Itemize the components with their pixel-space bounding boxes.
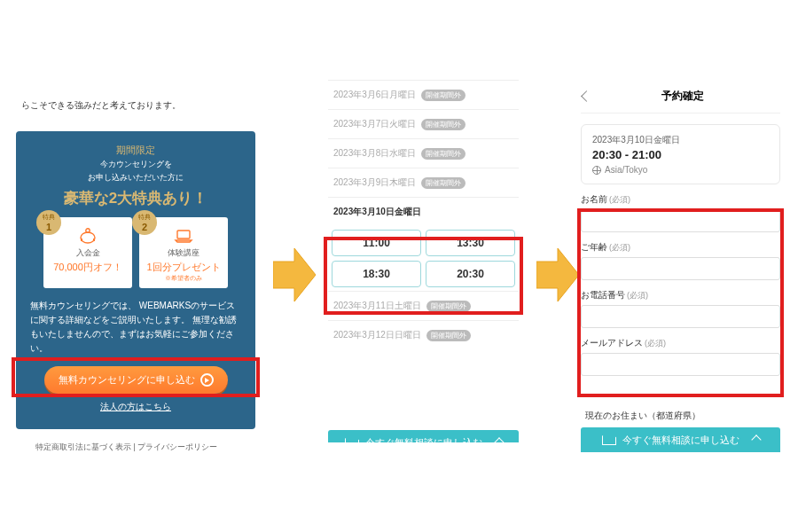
out-of-range-chip: 開催期間外 <box>426 330 471 341</box>
corporate-link[interactable]: 法人の方はこちら <box>25 401 246 413</box>
email-label: メールアドレス(必須) <box>581 337 780 349</box>
fixed-apply-button[interactable]: 今すぐ無料相談に申し込む <box>581 427 780 452</box>
apply-counseling-button[interactable]: 無料カウンセリングに申し込む <box>44 366 228 394</box>
bonus-badge-1: 特典 1 <box>36 210 61 235</box>
out-of-range-chip: 開催期間外 <box>421 119 466 130</box>
bonus-1-label: 入会金 <box>47 247 129 259</box>
time-slot-button[interactable]: 13:30 <box>426 230 515 256</box>
promo-subhead-1: 今カウンセリングを <box>25 159 246 170</box>
calendar-day-disabled: 2023年3月11日土曜日開催期間外 <box>328 291 519 320</box>
promo-title: 豪華な2大特典あり！ <box>25 188 246 208</box>
calendar-day-disabled: 2023年3月12日日曜日開催期間外 <box>328 320 519 349</box>
appointment-tz: Asia/Tokyo <box>592 165 769 175</box>
name-field[interactable] <box>581 209 780 232</box>
promo-card: 期間限定 今カウンセリングを お申し込みいただいた方に 豪華な2大特典あり！ 特… <box>16 131 255 429</box>
envelope-icon <box>345 438 359 448</box>
piggy-bank-icon <box>78 228 98 244</box>
name-label: お名前(必須) <box>581 193 780 206</box>
time-slot-button[interactable]: 11:00 <box>332 230 421 256</box>
appointment-date: 2023年3月10日金曜日 <box>592 134 769 146</box>
age-field[interactable] <box>581 257 780 280</box>
laptop-icon <box>174 228 193 244</box>
envelope-icon <box>602 435 616 445</box>
calendar-day-active: 2023年3月10日金曜日 <box>328 197 519 226</box>
svg-point-1 <box>86 229 90 232</box>
svg-rect-2 <box>81 239 82 241</box>
bonus-2-main: 1回分プレゼント <box>143 261 224 274</box>
bonus-2-label: 体験講座 <box>143 247 224 259</box>
back-chevron-icon[interactable] <box>581 90 592 102</box>
svg-point-0 <box>81 232 95 243</box>
out-of-range-chip: 開催期間外 <box>421 148 466 160</box>
confirmation-panel: 予約確定 2023年3月10日金曜日 20:30 - 21:00 Asia/To… <box>581 80 780 376</box>
privacy-link[interactable]: プライバシーポリシー <box>137 442 217 451</box>
bonus-1-main: 70,000円オフ！ <box>47 261 129 274</box>
fixed-cta-label: 今すぐ無料相談に申し込む <box>365 436 482 450</box>
calendar-panel: 2023年3月6日月曜日開催期間外 2023年3月7日火曜日開催期間外 2023… <box>328 80 519 349</box>
out-of-range-chip: 開催期間外 <box>421 177 466 189</box>
calendar-day-disabled: 2023年3月7日火曜日開催期間外 <box>328 109 519 138</box>
time-slot-button[interactable]: 18:30 <box>332 261 421 287</box>
tokusho-link[interactable]: 特定商取引法に基づく表示 <box>35 442 131 451</box>
promo-eyebrow: 期間限定 <box>25 144 246 157</box>
out-of-range-chip: 開催期間外 <box>426 301 471 312</box>
calendar-day-disabled: 2023年3月9日木曜日開催期間外 <box>328 168 519 197</box>
bonus-2-note: ※希望者のみ <box>143 274 224 283</box>
appointment-card: 2023年3月10日金曜日 20:30 - 21:00 Asia/Tokyo <box>581 124 780 184</box>
phone-field[interactable] <box>581 305 780 328</box>
svg-rect-3 <box>93 239 95 241</box>
bonus-card-1: 特典 1 入会金 70,000円オフ！ <box>43 217 132 288</box>
bonus-badge-2: 特典 2 <box>132 210 157 235</box>
legal-links: 特定商取引法に基づく表示 | プライバシーポリシー <box>35 442 217 453</box>
calendar-day-disabled: 2023年3月6日月曜日開催期間外 <box>328 80 519 109</box>
age-label: ご年齢(必須) <box>581 241 780 254</box>
fixed-cta-label: 今すぐ無料相談に申し込む <box>622 434 739 447</box>
promo-subhead-2: お申し込みいただいた方に <box>25 172 246 184</box>
appointment-time: 20:30 - 21:00 <box>592 148 769 161</box>
play-circle-icon <box>200 373 214 387</box>
phone-label: お電話番号(必須) <box>581 289 780 301</box>
pref-label: 現在のお住まい（都道府県） <box>585 410 700 422</box>
out-of-range-chip: 開催期間外 <box>421 90 466 101</box>
globe-icon <box>592 166 601 175</box>
fixed-apply-button[interactable]: 今すぐ無料相談に申し込む <box>328 430 519 455</box>
email-field[interactable] <box>581 353 780 376</box>
confirmation-title: 予約確定 <box>598 89 768 104</box>
step-arrow-1-icon <box>273 248 316 301</box>
time-slot-button[interactable]: 20:30 <box>426 261 515 287</box>
calendar-day-disabled: 2023年3月8日水曜日開催期間外 <box>328 138 519 168</box>
promo-body-text: 無料カウンセリングでは、 WEBMARKSのサービスに関する詳細などをご説明いた… <box>25 299 246 356</box>
cta-label: 無料カウンセリングに申し込む <box>59 373 195 387</box>
svg-rect-4 <box>177 231 190 239</box>
step-arrow-2-icon <box>536 248 579 301</box>
intro-text: らこそできる強みだと考えております。 <box>21 99 181 112</box>
chevron-up-icon <box>494 437 504 447</box>
bonus-card-2: 特典 2 体験講座 1回分プレゼント ※希望者のみ <box>139 217 228 288</box>
chevron-up-icon <box>751 434 761 444</box>
